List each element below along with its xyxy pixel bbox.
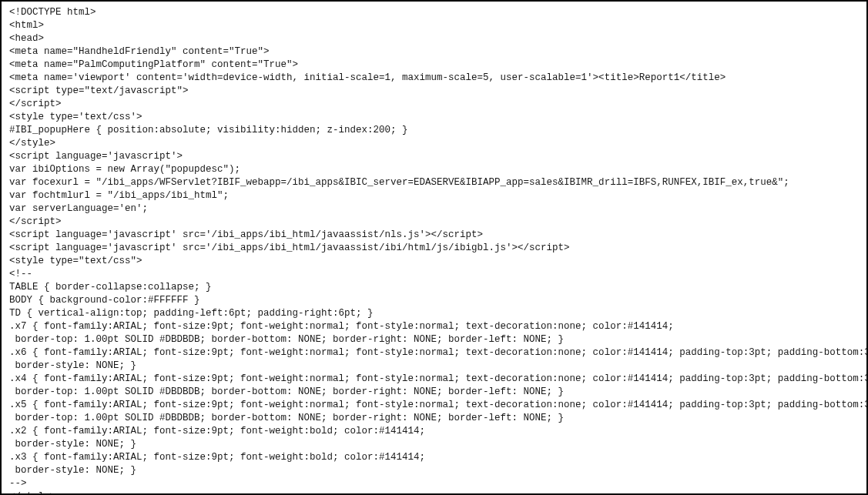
code-line: <meta name="PalmComputingPlatform" conte…	[9, 59, 859, 72]
code-line: .x7 { font-family:ARIAL; font-size:9pt; …	[9, 320, 859, 333]
code-line: border-style: NONE; }	[9, 464, 859, 477]
code-line: border-top: 1.00pt SOLID #DBDBDB; border…	[9, 412, 859, 425]
code-line: var focexurl = "/ibi_apps/WFServlet?IBIF…	[9, 176, 859, 189]
code-line: <script type="text/javascript">	[9, 85, 859, 98]
code-line: border-style: NONE; }	[9, 360, 859, 373]
code-line: <meta name='viewport' content='width=dev…	[9, 72, 859, 85]
code-line: <html>	[9, 19, 859, 32]
code-line: <style type="text/css">	[9, 255, 859, 268]
code-line: .x4 { font-family:ARIAL; font-size:9pt; …	[9, 373, 859, 386]
code-line: .x5 { font-family:ARIAL; font-size:9pt; …	[9, 399, 859, 412]
code-line: <script language='javascript'>	[9, 150, 859, 163]
code-line: .x2 { font-family:ARIAL; font-size:9pt; …	[9, 425, 859, 438]
code-line: TD { vertical-align:top; padding-left:6p…	[9, 307, 859, 320]
code-line: -->	[9, 477, 859, 490]
code-line: <!DOCTYPE html>	[9, 6, 859, 19]
code-line: <!--	[9, 268, 859, 281]
code-line: border-top: 1.00pt SOLID #DBDBDB; border…	[9, 333, 859, 346]
code-line: .x3 { font-family:ARIAL; font-size:9pt; …	[9, 451, 859, 464]
code-line: #IBI_popupHere { position:absolute; visi…	[9, 124, 859, 137]
code-line: <meta name="HandheldFriendly" content="T…	[9, 45, 859, 59]
code-line: var serverLanguage='en';	[9, 202, 859, 216]
code-view: <!DOCTYPE html><html><head><meta name="H…	[0, 0, 868, 495]
code-line: .x6 { font-family:ARIAL; font-size:9pt; …	[9, 346, 859, 360]
code-line: <script language='javascript' src='/ibi_…	[9, 229, 859, 242]
code-line: </script>	[9, 216, 859, 229]
code-line: var ibiOptions = new Array("popupdesc");	[9, 163, 859, 176]
code-line: TABLE { border-collapse:collapse; }	[9, 281, 859, 294]
code-line: border-top: 1.00pt SOLID #DBDBDB; border…	[9, 386, 859, 399]
code-line: </script>	[9, 98, 859, 111]
code-line: BODY { background-color:#FFFFFF }	[9, 294, 859, 307]
code-line: border-style: NONE; }	[9, 438, 859, 451]
code-line: <head>	[9, 32, 859, 45]
code-line: <style type='text/css'>	[9, 111, 859, 124]
code-line: </style>	[9, 137, 859, 150]
code-line: var fochtmlurl = "/ibi_apps/ibi_html";	[9, 189, 859, 202]
code-line: </style>	[9, 490, 859, 495]
code-line: <script language='javascript' src='/ibi_…	[9, 242, 859, 255]
